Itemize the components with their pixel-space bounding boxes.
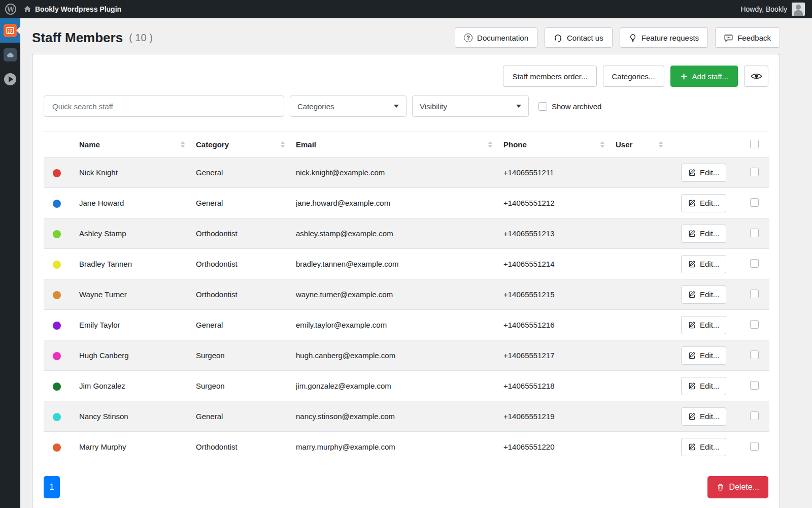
delete-label: Delete... <box>729 483 759 492</box>
sort-icon[interactable] <box>488 141 492 148</box>
eye-icon <box>751 72 762 80</box>
row-checkbox[interactable] <box>750 442 759 451</box>
row-checkbox[interactable] <box>750 229 759 237</box>
name-column-header[interactable]: Name <box>79 132 196 157</box>
sort-icon[interactable] <box>281 141 285 148</box>
show-archived-toggle[interactable]: Show archived <box>538 102 601 111</box>
edit-staff-label: Edit... <box>700 412 719 421</box>
edit-staff-button[interactable]: Edit... <box>681 255 726 273</box>
select-all-checkbox[interactable] <box>750 140 759 148</box>
wordpress-logo-icon[interactable]: W <box>5 4 16 15</box>
staff-category: General <box>196 310 296 340</box>
main-content: Staff Members ( 10 ) ? Documentation Con… <box>20 18 812 508</box>
staff-members-order-button[interactable]: Staff members order... <box>503 66 596 87</box>
staff-user <box>616 279 674 310</box>
feature-requests-button[interactable]: Feature requests <box>620 27 708 48</box>
toggle-columns-button[interactable] <box>744 66 768 87</box>
sidebar-item-collapse[interactable] <box>0 67 20 91</box>
account-menu[interactable]: Howdy, Bookly <box>740 3 812 16</box>
table-row: Bradley Tannen Orthodontist bradley.tann… <box>44 249 769 279</box>
staff-count: ( 10 ) <box>129 32 153 44</box>
sort-icon[interactable] <box>181 141 185 148</box>
site-name: Bookly Wordpress Plugin <box>35 5 121 13</box>
edit-icon <box>688 443 696 451</box>
edit-staff-button[interactable]: Edit... <box>681 194 726 212</box>
table-row: Marry Murphy Orthodontist marry.murphy@e… <box>44 432 769 462</box>
table-row: Jim Gonzalez Surgeon jim.gonzalez@exampl… <box>44 371 769 401</box>
edit-staff-button[interactable]: Edit... <box>681 407 726 426</box>
staff-email: jane.howard@example.com <box>296 188 503 218</box>
chevron-down-icon <box>394 105 399 108</box>
add-staff-label: Add staff... <box>692 72 728 81</box>
staff-user <box>616 401 674 432</box>
headset-icon <box>554 34 562 42</box>
staff-category: General <box>196 401 296 432</box>
user-avatar <box>792 3 805 16</box>
phone-column-header[interactable]: Phone <box>503 132 616 157</box>
categories-filter-value: Categories <box>297 102 334 111</box>
categories-manage-button[interactable]: Categories... <box>603 66 664 87</box>
staff-phone: +14065551219 <box>503 401 616 432</box>
row-checkbox[interactable] <box>750 381 759 390</box>
edit-icon <box>688 321 696 329</box>
user-column-header[interactable]: User <box>616 132 674 157</box>
edit-staff-label: Edit... <box>700 321 719 329</box>
sort-icon[interactable] <box>659 141 663 148</box>
edit-staff-label: Edit... <box>700 168 719 177</box>
staff-email: marry.murphy@example.com <box>296 432 503 462</box>
row-checkbox[interactable] <box>750 259 759 268</box>
category-column-header[interactable]: Category <box>196 132 296 157</box>
sidebar-item-cloud[interactable] <box>0 43 20 67</box>
edit-icon <box>688 412 696 420</box>
edit-icon <box>688 291 696 298</box>
edit-staff-button[interactable]: Edit... <box>681 346 726 365</box>
documentation-button[interactable]: ? Documentation <box>455 27 537 48</box>
edit-staff-button[interactable]: Edit... <box>681 316 726 334</box>
row-checkbox[interactable] <box>750 320 759 329</box>
sidebar-item-bookly[interactable] <box>0 18 20 43</box>
staff-phone: +14065551211 <box>503 157 616 188</box>
visibility-filter-select[interactable]: Visibility <box>412 96 529 117</box>
actions-column-header <box>674 132 739 157</box>
staff-email: jim.gonzalez@example.com <box>296 371 503 401</box>
edit-staff-button[interactable]: Edit... <box>681 225 726 243</box>
pagination-page-1-button[interactable]: 1 <box>44 476 60 498</box>
row-checkbox[interactable] <box>750 290 759 298</box>
row-checkbox[interactable] <box>750 198 759 207</box>
edit-staff-button[interactable]: Edit... <box>681 377 726 395</box>
edit-staff-label: Edit... <box>700 290 719 299</box>
edit-staff-button[interactable]: Edit... <box>681 164 726 182</box>
edit-staff-button[interactable]: Edit... <box>681 285 726 304</box>
row-checkbox[interactable] <box>750 351 759 359</box>
edit-icon <box>688 230 696 237</box>
staff-email: bradley.tannen@example.com <box>296 249 503 279</box>
add-staff-button[interactable]: Add staff... <box>670 66 738 87</box>
staff-category: Surgeon <box>196 340 296 371</box>
staff-color-dot <box>53 413 61 421</box>
active-menu-arrow <box>16 26 20 35</box>
delete-button[interactable]: Delete... <box>707 476 768 498</box>
search-input[interactable] <box>44 96 284 117</box>
show-archived-checkbox[interactable] <box>538 102 547 111</box>
table-row: Nick Knight General nick.knight@example.… <box>44 157 769 188</box>
contact-us-button[interactable]: Contact us <box>545 27 613 48</box>
row-checkbox[interactable] <box>750 411 759 420</box>
staff-color-dot <box>53 443 61 452</box>
staff-table-body: Nick Knight General nick.knight@example.… <box>44 157 769 462</box>
staff-color-dot <box>53 230 61 238</box>
sort-icon[interactable] <box>600 141 604 148</box>
staff-category: Surgeon <box>196 371 296 401</box>
staff-phone: +14065551216 <box>503 310 616 340</box>
staff-category: General <box>196 188 296 218</box>
staff-name: Wayne Turner <box>79 279 196 310</box>
email-column-header[interactable]: Email <box>296 132 503 157</box>
edit-staff-button[interactable]: Edit... <box>681 438 726 456</box>
categories-filter-select[interactable]: Categories <box>290 96 407 117</box>
row-checkbox[interactable] <box>750 168 759 176</box>
staff-members-order-label: Staff members order... <box>512 72 587 81</box>
site-home-link[interactable]: Bookly Wordpress Plugin <box>23 5 121 13</box>
feedback-button[interactable]: Feedback <box>715 27 780 48</box>
documentation-label: Documentation <box>477 34 528 42</box>
staff-phone: +14065551214 <box>503 249 616 279</box>
home-icon <box>23 5 31 13</box>
